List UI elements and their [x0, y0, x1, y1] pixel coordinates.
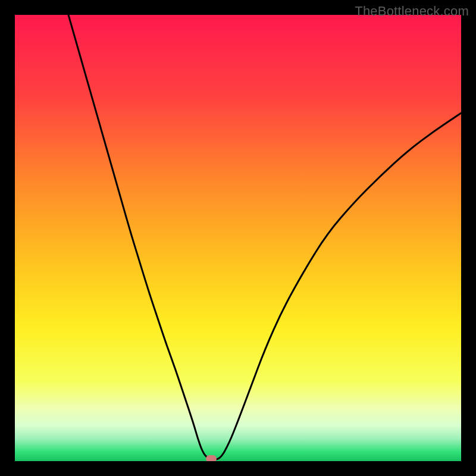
optimal-point-marker	[206, 455, 217, 462]
watermark-text: TheBottleneck.com	[355, 4, 469, 19]
plot-area	[15, 15, 461, 461]
curve-layer	[15, 15, 461, 461]
bottleneck-curve	[68, 15, 461, 459]
chart-frame: TheBottleneck.com	[0, 0, 476, 476]
